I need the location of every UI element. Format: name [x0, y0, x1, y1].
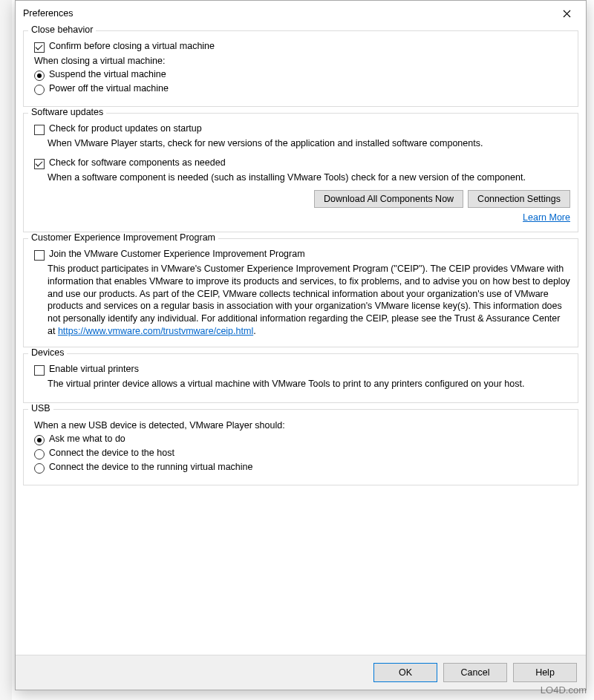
usb-ask-label[interactable]: Ask me what to do: [49, 434, 125, 444]
usb-vm-label[interactable]: Connect the device to the running virtua…: [49, 462, 252, 472]
group-close-behavior: Close behavior Confirm before closing a …: [23, 30, 578, 107]
suspend-label[interactable]: Suspend the virtual machine: [49, 69, 166, 79]
ok-button[interactable]: OK: [373, 663, 437, 682]
group-devices: Devices Enable virtual printers The virt…: [23, 353, 578, 403]
usb-vm-radio[interactable]: [34, 463, 45, 474]
dialog-title: Preferences: [23, 8, 552, 19]
enable-virtual-printers-checkbox[interactable]: [34, 365, 45, 376]
check-components-checkbox[interactable]: [34, 159, 45, 169]
group-legend: Close behavior: [28, 26, 96, 35]
enable-virtual-printers-label[interactable]: Enable virtual printers: [49, 364, 139, 374]
connection-settings-button[interactable]: Connection Settings: [468, 190, 570, 208]
check-updates-startup-checkbox[interactable]: [34, 125, 45, 135]
group-usb: USB When a new USB device is detected, V…: [23, 409, 578, 485]
poweroff-radio[interactable]: [34, 85, 45, 95]
check-components-desc: When a software component is needed (suc…: [48, 171, 570, 184]
download-components-button[interactable]: Download All Components Now: [314, 190, 463, 208]
ceip-url-link[interactable]: https://www.vmware.com/trustvmware/ceip.…: [58, 326, 253, 336]
confirm-close-checkbox[interactable]: [34, 42, 45, 53]
usb-host-radio[interactable]: [34, 449, 45, 459]
group-legend: Software updates: [28, 107, 106, 117]
check-updates-startup-desc: When VMware Player starts, check for new…: [48, 137, 570, 150]
join-ceip-label[interactable]: Join the VMware Customer Experience Impr…: [49, 249, 305, 259]
join-ceip-checkbox[interactable]: [34, 250, 45, 261]
group-ceip: Customer Experience Improvement Program …: [23, 238, 578, 347]
preferences-dialog: Preferences Close behavior Confirm befor…: [15, 0, 587, 690]
dialog-footer: OK Cancel Help: [16, 655, 586, 690]
poweroff-label[interactable]: Power off the virtual machine: [49, 83, 169, 94]
check-components-label[interactable]: Check for software components as needed: [49, 157, 226, 168]
help-button[interactable]: Help: [513, 663, 577, 682]
virtual-printers-desc: The virtual printer device allows a virt…: [48, 378, 570, 390]
close-icon[interactable]: [552, 3, 581, 24]
confirm-close-label[interactable]: Confirm before closing a virtual machine: [49, 41, 215, 51]
group-legend: USB: [28, 403, 53, 413]
usb-prompt: When a new USB device is detected, VMwar…: [34, 420, 570, 431]
usb-host-label[interactable]: Connect the device to the host: [49, 448, 174, 458]
ceip-description: This product participates in VMware's Cu…: [48, 263, 570, 338]
dialog-content: Close behavior Confirm before closing a …: [16, 26, 586, 655]
titlebar: Preferences: [16, 1, 586, 26]
when-closing-label: When closing a virtual machine:: [34, 56, 570, 66]
group-legend: Customer Experience Improvement Program: [28, 232, 218, 243]
cancel-button[interactable]: Cancel: [443, 663, 507, 682]
group-legend: Devices: [28, 347, 67, 358]
learn-more-link[interactable]: Learn More: [523, 212, 570, 223]
suspend-radio[interactable]: [34, 71, 45, 81]
check-updates-startup-label[interactable]: Check for product updates on startup: [49, 123, 202, 134]
usb-ask-radio[interactable]: [34, 435, 45, 445]
group-software-updates: Software updates Check for product updat…: [23, 113, 578, 232]
